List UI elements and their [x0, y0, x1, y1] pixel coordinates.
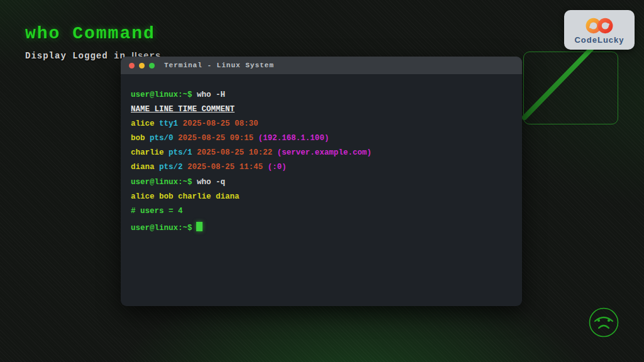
terminal-text-segment: (:0) — [268, 163, 287, 172]
terminal-text-segment: user@linux:~$ — [131, 224, 192, 233]
terminal-cursor — [196, 222, 203, 231]
terminal-line: NAME LINE TIME COMMENT — [131, 105, 512, 114]
terminal-text-segment — [178, 119, 183, 128]
page-title: who Command — [25, 24, 161, 43]
terminal-text-segment: 2025-08-25 10:22 — [197, 148, 272, 157]
terminal-text-segment: 2025-08-25 08:30 — [183, 119, 258, 128]
terminal-text-segment: 2025-08-25 09:15 — [178, 134, 253, 143]
terminal-line: user@linux:~$ who -q — [131, 178, 512, 187]
terminal-line: alice tty1 2025-08-25 08:30 — [131, 119, 512, 128]
close-button[interactable] — [129, 63, 135, 69]
terminal-text-segment — [164, 148, 169, 157]
terminal-text-segment: charlie — [131, 148, 164, 157]
terminal-text-segment: alice — [131, 119, 155, 128]
terminal-line: charlie pts/1 2025-08-25 10:22 (server.e… — [131, 148, 512, 157]
terminal-text-segment: pts/2 — [159, 163, 183, 172]
terminal-window: Terminal - Linux System user@linux:~$ wh… — [121, 57, 522, 306]
terminal-text-segment — [263, 163, 268, 172]
minimize-button[interactable] — [139, 63, 145, 69]
terminal-text-segment: (server.example.com) — [277, 148, 372, 157]
terminal-text-segment: bob — [131, 134, 145, 143]
terminal-text-segment: alice bob charlie diana — [131, 192, 240, 201]
maximize-button[interactable] — [149, 63, 155, 69]
terminal-text-segment — [192, 148, 197, 157]
terminal-text-segment: pts/1 — [169, 148, 192, 157]
terminal-text-segment — [253, 134, 258, 143]
terminal-text-segment: user@linux:~$ — [131, 90, 197, 99]
terminal-text-segment: who -H — [197, 90, 225, 99]
terminal-text-segment: NAME LINE TIME COMMENT — [131, 105, 235, 114]
terminal-text-segment — [174, 134, 179, 143]
brand-name: CodeLucky — [574, 35, 624, 45]
decor-rounded-rect — [523, 52, 618, 124]
terminal-text-segment: who -q — [197, 178, 225, 187]
terminal-text-segment: tty1 — [159, 119, 178, 128]
terminal-text-segment — [155, 163, 160, 172]
terminal-title: Terminal - Linux System — [164, 62, 274, 69]
terminal-line: # users = 4 — [131, 207, 512, 216]
terminal-line: bob pts/0 2025-08-25 09:15 (192.168.1.10… — [131, 134, 512, 143]
terminal-text-segment — [145, 134, 150, 143]
terminal-text-segment: user@linux:~$ — [131, 178, 197, 187]
terminal-text-segment — [272, 148, 277, 157]
eye-icon — [587, 306, 620, 339]
terminal-text-segment: (192.168.1.100) — [258, 134, 330, 143]
terminal-text-segment — [183, 163, 188, 172]
terminal-line: user@linux:~$ who -H — [131, 90, 512, 99]
terminal-body[interactable]: user@linux:~$ who -HNAME LINE TIME COMME… — [121, 74, 522, 231]
terminal-titlebar[interactable]: Terminal - Linux System — [121, 57, 522, 74]
infinity-icon — [580, 17, 619, 35]
terminal-line: alice bob charlie diana — [131, 192, 512, 201]
brand-card: CodeLucky — [564, 10, 635, 50]
terminal-text-segment: pts/0 — [150, 134, 174, 143]
terminal-text-segment — [155, 119, 160, 128]
terminal-text-segment: diana — [131, 163, 155, 172]
terminal-line: diana pts/2 2025-08-25 11:45 (:0) — [131, 163, 512, 172]
terminal-text-segment: 2025-08-25 11:45 — [187, 163, 263, 172]
terminal-text-segment: # users = 4 — [131, 207, 183, 216]
heading-block: who Command Display Logged in Users — [25, 24, 161, 61]
terminal-line: user@linux:~$ — [131, 222, 512, 231]
